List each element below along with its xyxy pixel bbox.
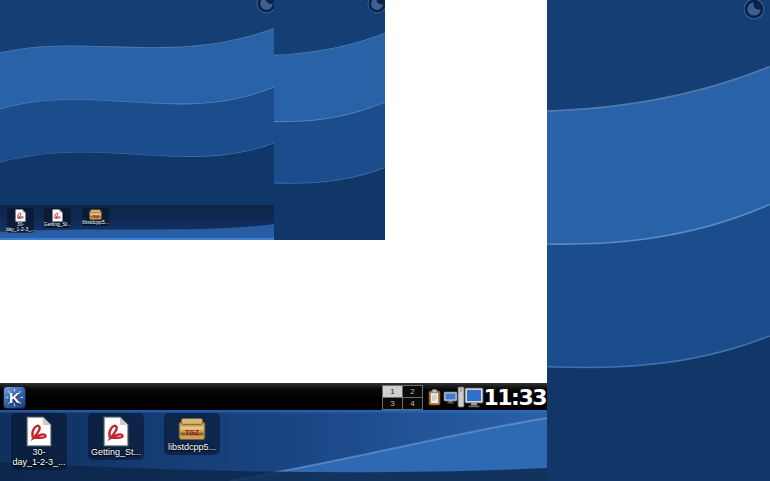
icon-label: libstdcpp5...: [82, 220, 109, 225]
desktop-icon-tgz-libstdcpp[interactable]: TGZ libstdcpp5...: [164, 413, 220, 455]
tgz-archive-icon: TGZ: [178, 416, 206, 442]
pdf-file-icon: [26, 416, 52, 447]
klipper-clipboard-icon[interactable]: [428, 389, 443, 406]
desktop-icon-pdf-30day[interactable]: 30- day_1-2-3_...: [11, 413, 67, 470]
computer-monitor-icon[interactable]: [457, 386, 484, 409]
icon-label: day_1-2-3_...: [12, 457, 65, 467]
kde-menu-letter: K: [4, 387, 25, 408]
pdf-file-icon: [103, 416, 129, 447]
stale-mini-icon-pdf-getting-started: Getting_St...: [44, 208, 71, 228]
icon-label: day_1-2-3_...: [6, 227, 35, 232]
taskbar-panel: K 1 2 3 4: [0, 383, 547, 410]
wallpaper-region-nested-bottom-strip: 30- day_1-2-3_... Getting_St... TGZ libs…: [0, 205, 274, 240]
small-monitor-icon[interactable]: [443, 391, 458, 404]
kde-gear-emblem-icon: [743, 0, 765, 20]
kde-gear-emblem-icon: [367, 0, 385, 14]
workspace-pager: 1 2 3 4: [382, 385, 423, 410]
pager-workspace-4[interactable]: 4: [403, 398, 422, 409]
pager-workspace-1[interactable]: 1: [383, 386, 402, 397]
pager-workspace-2[interactable]: 2: [403, 386, 422, 397]
icon-label: Getting_St...: [44, 222, 72, 227]
wallpaper-region-nested-main: [0, 0, 274, 205]
icon-label: libstdcpp5...: [168, 442, 216, 452]
taskbar-clock[interactable]: 11:33: [484, 384, 546, 410]
icon-label: 30-: [12, 447, 65, 457]
pdf-file-icon: [52, 209, 63, 222]
desktop-icon-pdf-getting-started[interactable]: Getting_St...: [88, 413, 144, 460]
wallpaper-region-right-strip: [547, 0, 770, 481]
icon-label: Getting_St...: [91, 447, 141, 457]
desktop-screen: 30- day_1-2-3_... Getting_St... TGZ libs…: [0, 0, 770, 481]
wallpaper-region-bottom-strip: 30- day_1-2-3_... Getting_St... TGZ libs…: [0, 410, 547, 481]
kde-gear-emblem-icon: [256, 0, 274, 14]
pager-workspace-3[interactable]: 3: [383, 398, 402, 409]
tgz-archive-icon: TGZ: [89, 209, 102, 220]
wallpaper-region-nested-right-strip: [274, 0, 385, 240]
stale-mini-icon-pdf-30day: 30- day_1-2-3_...: [7, 208, 34, 233]
pdf-file-icon: [15, 209, 26, 222]
stale-mini-icon-tgz-libstdcpp: TGZ libstdcpp5...: [82, 208, 109, 226]
kde-menu-button[interactable]: K: [3, 386, 26, 409]
